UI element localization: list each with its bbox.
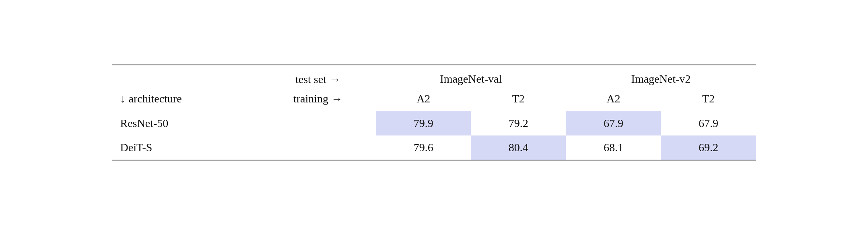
table-cell: 67.9 [661, 111, 756, 136]
table-cell: ResNet-50 [112, 111, 260, 136]
imagenet-val-header: ImageNet-val [376, 65, 566, 89]
table-cell [260, 111, 376, 136]
training-col-header: training → [260, 89, 376, 111]
test-set-label: test set → [260, 65, 376, 89]
table-cell: 67.9 [566, 111, 661, 136]
table-cell [260, 135, 376, 160]
table-cell: 79.9 [376, 111, 471, 136]
val-t2-header: T2 [471, 89, 566, 111]
results-table: test set → ImageNet-val ImageNet-v2 ↓ ar… [112, 65, 756, 160]
table-cell: 68.1 [566, 135, 661, 160]
imagenet-v2-header: ImageNet-v2 [566, 65, 756, 89]
val-a2-header: A2 [376, 89, 471, 111]
table-row: ResNet-5079.979.267.967.9 [112, 111, 756, 136]
header-row-1: test set → ImageNet-val ImageNet-v2 [112, 65, 756, 89]
v2-t2-header: T2 [661, 89, 756, 111]
table-container: test set → ImageNet-val ImageNet-v2 ↓ ar… [112, 65, 756, 160]
arch-col-header: ↓ architecture [112, 89, 260, 111]
table-row: DeiT-S79.680.468.169.2 [112, 135, 756, 160]
table-cell: 80.4 [471, 135, 566, 160]
table-body: ResNet-5079.979.267.967.9DeiT-S79.680.46… [112, 111, 756, 160]
table-cell: 69.2 [661, 135, 756, 160]
v2-a2-header: A2 [566, 89, 661, 111]
table-cell: DeiT-S [112, 135, 260, 160]
arch-col-empty [112, 65, 260, 89]
table-cell: 79.2 [471, 111, 566, 136]
table-cell: 79.6 [376, 135, 471, 160]
header-row-2: ↓ architecture training → A2 T2 A2 T2 [112, 89, 756, 111]
